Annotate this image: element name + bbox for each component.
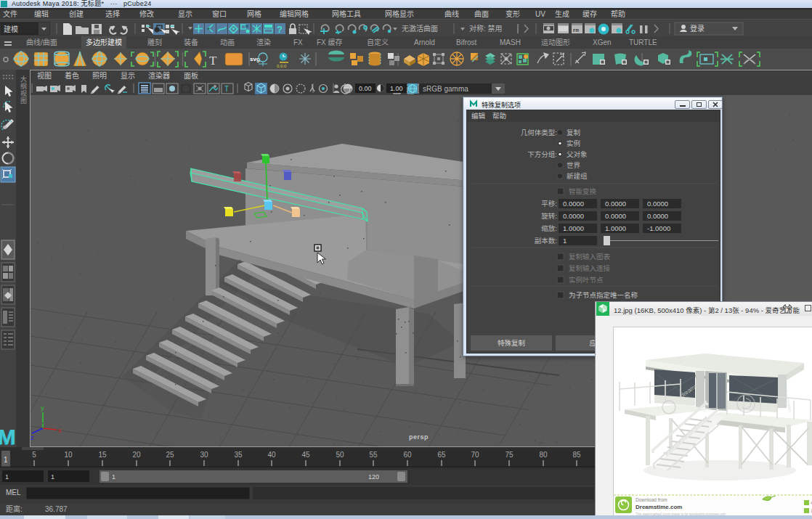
svg-text:?: ? — [277, 24, 283, 35]
svg-text:60: 60 — [403, 451, 412, 459]
svg-text:1.0000: 1.0000 — [605, 224, 626, 232]
svg-text:T: T — [224, 85, 229, 93]
svg-text:缩放:: 缩放: — [541, 224, 557, 232]
svg-text:平移:: 平移: — [541, 200, 557, 208]
svg-text:persp: persp — [409, 433, 429, 441]
svg-text:40: 40 — [267, 451, 276, 459]
svg-text:1: 1 — [5, 473, 9, 481]
svg-text:0.0000: 0.0000 — [563, 200, 584, 208]
svg-text:实例叶节点: 实例叶节点 — [569, 276, 604, 284]
svg-text:30: 30 — [200, 451, 208, 459]
svg-text:0.0000: 0.0000 — [647, 200, 668, 208]
svg-text:登录: 登录 — [690, 24, 705, 33]
svg-text:0.0000: 0.0000 — [647, 212, 668, 220]
svg-text:旋转:: 旋转: — [541, 212, 557, 220]
svg-text:15: 15 — [98, 451, 107, 459]
svg-text:M: M — [0, 425, 16, 449]
svg-text:副本数:: 副本数: — [535, 237, 557, 245]
svg-text:复制: 复制 — [567, 128, 580, 136]
svg-text:0.0000: 0.0000 — [605, 200, 626, 208]
svg-text:1.0000: 1.0000 — [563, 224, 584, 232]
svg-text:实例: 实例 — [567, 139, 580, 147]
svg-text:y: y — [41, 404, 44, 412]
svg-text:Download from: Download from — [636, 497, 667, 502]
svg-text:为子节点指定唯一名称: 为子节点指定唯一名称 — [569, 291, 638, 299]
svg-text:10: 10 — [64, 451, 73, 459]
svg-text:FR: FR — [573, 28, 580, 33]
svg-text:120: 120 — [368, 473, 379, 481]
svg-text:sRGB gamma: sRGB gamma — [423, 85, 468, 93]
svg-text:80: 80 — [539, 451, 548, 459]
svg-text:Dreamstime.com: Dreamstime.com — [636, 504, 682, 510]
svg-text:x: x — [58, 427, 62, 434]
svg-text:T: T — [209, 54, 217, 68]
svg-text:70: 70 — [471, 451, 479, 459]
svg-text:55: 55 — [369, 451, 378, 459]
svg-text:85: 85 — [572, 451, 581, 459]
svg-text:45: 45 — [301, 451, 310, 459]
svg-text:无激活曲面: 无激活曲面 — [402, 24, 438, 33]
svg-text:下方分组:: 下方分组: — [527, 150, 557, 158]
svg-text:z: z — [31, 434, 34, 441]
svg-text:0,0,0: 0,0,0 — [277, 64, 287, 68]
svg-text:65: 65 — [437, 451, 446, 459]
svg-text:智能变换: 智能变换 — [569, 187, 597, 195]
svg-text:50: 50 — [336, 451, 344, 459]
svg-text:几何体类型:: 几何体类型: — [521, 128, 557, 136]
svg-text:对称: 禁用: 对称: 禁用 — [469, 24, 503, 33]
svg-text:-1.0000: -1.0000 — [647, 224, 670, 232]
svg-text:75: 75 — [505, 451, 513, 459]
svg-text:25: 25 — [166, 451, 174, 459]
svg-text:建模: 建模 — [4, 25, 18, 33]
svg-text:0.0000: 0.0000 — [605, 212, 626, 220]
svg-text:复制输入图表: 复制输入图表 — [569, 253, 611, 261]
svg-text:1.00: 1.00 — [390, 85, 403, 92]
svg-text:0.00: 0.00 — [359, 85, 372, 92]
svg-text:1: 1 — [4, 456, 8, 464]
svg-text:5: 5 — [32, 451, 36, 459]
svg-text:0.0000: 0.0000 — [563, 212, 584, 220]
svg-text:复制输入连接: 复制输入连接 — [569, 264, 611, 272]
svg-text:世界: 世界 — [567, 161, 581, 169]
svg-text:20: 20 — [132, 451, 141, 459]
svg-text:1: 1 — [563, 237, 567, 245]
svg-text:35: 35 — [234, 451, 243, 459]
svg-text:新建组: 新建组 — [567, 172, 588, 180]
svg-text:1: 1 — [51, 473, 54, 481]
svg-text:1: 1 — [112, 473, 115, 481]
svg-text:父对象: 父对象 — [567, 150, 588, 158]
